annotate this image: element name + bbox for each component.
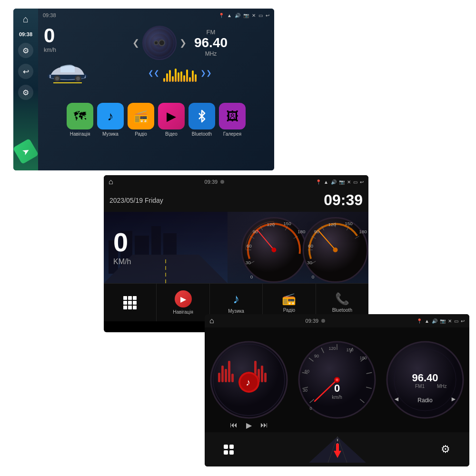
app-radio-label: Радіо [135, 131, 147, 137]
close-icon: ✕ [347, 179, 351, 185]
screen1-sidebar: ⌂ 09:38 ⚙ ↩ ⚙ ➤ [13, 9, 38, 170]
fm-info: FM 96.40 MHz [194, 29, 228, 57]
speed-area: 0 km/h [44, 26, 87, 94]
nav-grid[interactable] [104, 284, 157, 321]
svg-text:30: 30 [303, 388, 307, 393]
screen1-app-grid: 🗺 Навігація ♪ Музика 📻 Радіо ▶ Відео [38, 98, 274, 141]
svg-rect-55 [228, 361, 230, 382]
home-icon[interactable]: ⌂ [209, 317, 214, 325]
eq-bar [189, 77, 191, 82]
statusbar-dot [321, 319, 325, 323]
svg-text:0: 0 [334, 382, 340, 394]
statusbar-time: 09:39 [306, 318, 319, 324]
statusbar-center: 09:39 [205, 179, 225, 185]
app-video-label: Відео [165, 131, 178, 137]
app-music[interactable]: ♪ Музика [97, 103, 124, 137]
speed-gauge: 0 30 60 90 120 150 180 0 km/h [293, 327, 381, 432]
radio-prev-button[interactable]: ❮ [132, 38, 139, 48]
play-button[interactable]: ▶ [246, 421, 252, 430]
navigation-icon[interactable]: ➤ [13, 139, 39, 165]
svg-text:60: 60 [247, 243, 252, 248]
statusbar-center: 📍 ▲ 🔊 📷 ✕ ▭ ↩ [218, 13, 269, 18]
nav-navigation-label: Навігація [173, 309, 193, 315]
settings-button[interactable]: ⚙ [441, 443, 450, 456]
music-note-icon: ♪ [233, 291, 239, 307]
close-icon: ✕ [252, 13, 256, 18]
svg-text:MHz: MHz [437, 384, 447, 389]
speed-value: 0 [113, 229, 128, 256]
app-navigation[interactable]: 🗺 Навігація [67, 103, 93, 137]
svg-text:96.40: 96.40 [412, 372, 438, 384]
radio-gauge-svg: 96.40 FM1 MHz ◄ Radio ► [385, 339, 466, 420]
svg-text:0: 0 [250, 274, 253, 279]
eq-bar [175, 69, 177, 82]
svg-text:Radio: Radio [418, 397, 433, 404]
eq-bar [192, 70, 194, 82]
eq-next-button[interactable]: ❯❯ [200, 69, 212, 77]
camera-icon: 📷 [243, 13, 249, 18]
app-gallery-label: Галерея [223, 131, 241, 137]
svg-text:km/h: km/h [332, 395, 342, 400]
app-video[interactable]: ▶ Відео [158, 103, 185, 137]
next-track-button[interactable]: ⏭ [260, 421, 268, 430]
screen1: ⌂ 09:38 ⚙ ↩ ⚙ ➤ 09:38 📍 ▲ 🔊 📷 ✕ ▭ ↩ [13, 9, 274, 170]
app-radio-icon: 📻 [128, 103, 154, 129]
svg-rect-52 [218, 373, 220, 382]
screen-icon: ▭ [454, 318, 458, 324]
svg-text:150: 150 [283, 221, 291, 226]
apps-grid-button[interactable] [224, 445, 234, 455]
wifi-icon: ▲ [227, 13, 232, 18]
eq-bar [183, 75, 185, 82]
volume-icon: 🔊 [235, 13, 240, 18]
fm-label: FM [194, 29, 228, 36]
volume-icon: 🔊 [331, 179, 337, 185]
eq-bar [186, 69, 188, 82]
screen3-bottom-nav: ⚙ [205, 432, 469, 466]
radio-disc [142, 26, 177, 60]
svg-text:►: ► [450, 395, 457, 403]
settings2-icon[interactable]: ⚙ [18, 85, 33, 100]
svg-text:0: 0 [312, 274, 315, 279]
app-radio[interactable]: 📻 Радіо [128, 103, 154, 137]
svg-text:30: 30 [307, 260, 313, 265]
app-bluetooth-icon [188, 103, 215, 129]
camera-icon: 📷 [339, 179, 345, 185]
location-icon: 📍 [316, 179, 321, 185]
home-icon[interactable]: ⌂ [19, 12, 32, 26]
eq-bar [195, 74, 197, 82]
equalizer [163, 68, 197, 82]
close-icon: ✕ [448, 318, 452, 324]
disc-rings [143, 27, 176, 59]
screen-icon: ▭ [258, 13, 263, 18]
app-bluetooth[interactable]: Bluetooth [188, 103, 215, 137]
svg-rect-56 [231, 374, 234, 382]
eq-bar [169, 70, 171, 82]
app-gallery[interactable]: 🖼 Галерея [219, 103, 246, 137]
eq-prev-button[interactable]: ❮❮ [148, 69, 159, 77]
nav-navigation[interactable]: ▶ Навігація [157, 284, 209, 321]
svg-text:90: 90 [314, 229, 320, 234]
svg-text:150: 150 [345, 221, 353, 226]
time-display: 09:39 [324, 191, 363, 209]
svg-point-2 [55, 77, 59, 80]
prev-track-button[interactable]: ⏮ [230, 421, 238, 430]
svg-text:0: 0 [309, 406, 312, 411]
gauge-svg: 0 30 60 90 120 150 180 0 30 60 90 120 15… [236, 212, 368, 283]
screen2-statusbar: ⌂ 09:39 📍 ▲ 🔊 📷 ✕ ▭ ↩ [104, 175, 368, 188]
screen3: ⌂ 09:39 📍 ▲ 🔊 📷 ✕ ▭ ↩ [205, 314, 469, 466]
date-display: 2023/05/19 Friday [109, 197, 163, 204]
svg-rect-54 [225, 369, 227, 382]
wifi-icon: ▲ [425, 318, 429, 324]
disc-center [154, 40, 159, 45]
home-icon[interactable]: ⌂ [109, 178, 113, 186]
app-navigation-label: Навігація [70, 131, 90, 137]
statusbar-center: 09:39 [306, 318, 326, 324]
nav-bluetooth-label: Bluetooth [332, 307, 352, 313]
screen1-content: 0 km/h [38, 22, 274, 98]
back-icon[interactable]: ↩ [18, 64, 33, 79]
svg-rect-57 [264, 373, 267, 382]
radio-next-button[interactable]: ❯ [179, 38, 187, 48]
screen2: ⌂ 09:39 📍 ▲ 🔊 📷 ✕ ▭ ↩ 2023/05/19 Friday … [104, 175, 368, 332]
settings-icon[interactable]: ⚙ [18, 43, 33, 58]
speed-display: 0 KM/h [113, 229, 131, 266]
